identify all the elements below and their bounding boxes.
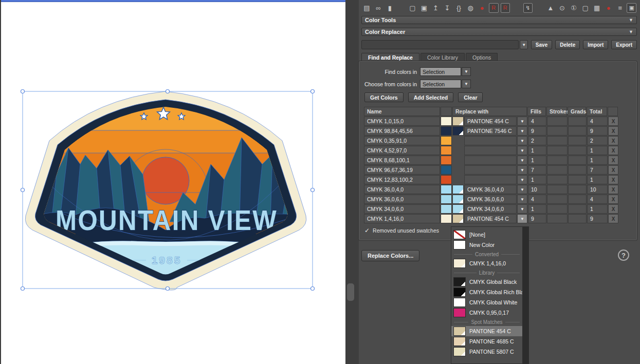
rocket-icon[interactable]: ▲ xyxy=(546,3,556,13)
clear-button[interactable]: Clear xyxy=(458,92,483,102)
find-color-swatch[interactable] xyxy=(441,195,452,204)
table-row[interactable]: CMYK 36,0,6,0 CMYK 36,0,6,0 ▼ 4 xyxy=(364,195,619,204)
help-icon[interactable]: ? xyxy=(618,250,629,261)
replace-color-swatch[interactable] xyxy=(452,204,464,214)
replace-color-swatch[interactable] xyxy=(452,117,464,126)
remove-row-button[interactable]: X xyxy=(608,204,618,214)
badge-title-text[interactable]: MOUNTAIN VIEW xyxy=(56,204,278,236)
selection-handle[interactable] xyxy=(21,188,25,192)
remove-row-button[interactable]: X xyxy=(608,185,618,194)
remove-row-button[interactable]: X xyxy=(608,136,618,145)
find-color-swatch[interactable] xyxy=(441,185,452,194)
dropdown-item[interactable]: New Color xyxy=(451,240,522,250)
find-color-swatch[interactable] xyxy=(441,156,452,165)
replace-dropdown-button[interactable]: ▼ xyxy=(517,117,527,126)
dropdown-item[interactable]: CMYK Global Rich Black xyxy=(451,287,522,297)
find-color-swatch[interactable] xyxy=(441,126,452,136)
replace-dropdown-button[interactable]: ▼ xyxy=(517,126,527,136)
column-header-grads[interactable]: Grads xyxy=(568,107,586,116)
link-icon[interactable]: ∞ xyxy=(374,3,383,13)
selection-handle[interactable] xyxy=(21,287,25,291)
red-dot-icon[interactable]: ● xyxy=(604,3,613,13)
import-icon[interactable]: ↧ xyxy=(443,3,452,13)
tab-options[interactable]: Options xyxy=(466,53,498,62)
remove-row-button[interactable]: X xyxy=(608,175,618,184)
document-icon[interactable]: ▢ xyxy=(580,3,590,13)
swatch-library-icon[interactable]: ▤ xyxy=(362,3,372,13)
column-header-strokes[interactable]: Strokes xyxy=(546,107,567,116)
dropdown-scrollbar[interactable] xyxy=(523,226,529,364)
checkmark-icon[interactable]: ✓ xyxy=(364,227,370,234)
find-colors-in-select[interactable]: Selection xyxy=(420,67,461,76)
badge-artwork[interactable]: MOUNTAIN VIEW 1985 xyxy=(20,87,315,293)
find-color-swatch[interactable] xyxy=(441,214,452,223)
image-box-icon[interactable]: ▣ xyxy=(627,3,636,13)
replace-dropdown-button[interactable]: ▼ xyxy=(517,156,527,165)
preset-select[interactable] xyxy=(361,40,519,49)
table-row[interactable]: CMYK 98,84,45,56 PANTONE 7546 C ▼ 9 xyxy=(364,126,619,136)
remove-row-button[interactable]: X xyxy=(608,156,618,165)
replace-color-swatch[interactable] xyxy=(452,126,464,136)
badge-year-text[interactable]: 1985 xyxy=(152,254,182,266)
remove-row-button[interactable]: X xyxy=(608,117,618,126)
info-icon[interactable]: ① xyxy=(569,3,579,13)
replace-dropdown-button[interactable]: ▼ xyxy=(517,146,527,155)
remove-row-button[interactable]: X xyxy=(608,195,618,204)
dropdown-item[interactable]: CMYK Global White xyxy=(451,297,522,308)
replace-dropdown-button[interactable]: ▼ xyxy=(517,136,527,145)
dropdown-item[interactable]: PANTONE 5807 C xyxy=(451,347,522,357)
chevron-down-icon[interactable]: ▼ xyxy=(629,29,633,34)
replace-color-swatch[interactable] xyxy=(452,214,464,223)
selection-handle[interactable] xyxy=(166,287,170,291)
pages-icon[interactable]: ≡ xyxy=(615,3,625,13)
artboard-canvas[interactable]: MOUNTAIN VIEW 1985 xyxy=(0,0,345,364)
table-row[interactable]: CMYK 36,0,4,0 CMYK 36,0,4,0 ▼ 10 xyxy=(364,185,619,194)
color-replacer-section-header[interactable]: Color Replacer ▼ xyxy=(361,28,637,36)
logo-active-icon[interactable]: R xyxy=(489,3,499,13)
save-button[interactable]: Save xyxy=(531,40,552,49)
find-color-swatch[interactable] xyxy=(441,136,452,145)
table-row[interactable]: CMYK 1,4,16,0 PANTONE 454 C ▼ 9 xyxy=(364,214,619,223)
remove-row-button[interactable]: X xyxy=(608,126,618,136)
import-button[interactable]: Import xyxy=(583,40,608,49)
chevron-down-icon[interactable]: ▼ xyxy=(629,17,633,23)
selection-handle[interactable] xyxy=(311,188,315,192)
table-row[interactable]: CMYK 0,35,91,0 ▼ 2 xyxy=(364,136,619,145)
replace-dropdown-button[interactable]: ▼ xyxy=(517,195,527,204)
selection-handle[interactable] xyxy=(311,90,315,93)
replace-colors-button[interactable]: Replace Colors... xyxy=(361,250,419,261)
sphere-icon[interactable]: ◍ xyxy=(466,3,476,13)
vertical-scrollbar-thumb[interactable] xyxy=(347,283,354,301)
selection-handle[interactable] xyxy=(21,90,25,93)
file-options-icon[interactable]: ▣ xyxy=(419,3,429,13)
find-color-swatch[interactable] xyxy=(441,175,452,184)
find-color-swatch[interactable] xyxy=(441,165,452,175)
selection-handle[interactable] xyxy=(166,90,170,93)
column-header-replace-with[interactable]: Replace with xyxy=(452,107,527,116)
table-row[interactable]: CMYK 8,68,100,1 ▼ 1 xyxy=(364,156,619,165)
replace-dropdown-button[interactable]: ▼ xyxy=(517,204,527,214)
find-color-swatch[interactable] xyxy=(441,204,452,214)
replace-color-swatch[interactable] xyxy=(452,185,464,194)
dropdown-item[interactable]: PANTONE 454 C xyxy=(451,326,522,336)
record-icon[interactable]: ● xyxy=(477,3,487,13)
grid-icon[interactable]: ▦ xyxy=(592,3,602,13)
find-color-swatch[interactable] xyxy=(441,117,452,126)
effects-icon[interactable]: ↯ xyxy=(523,3,533,13)
tab-find-and-replace[interactable]: Find and Replace xyxy=(361,53,419,62)
table-row[interactable]: CMYK 4,52,97,0 ▼ 1 xyxy=(364,146,619,155)
column-header-total[interactable]: Total xyxy=(587,107,607,116)
dropdown-item[interactable]: CMYK 0,95,0,17 xyxy=(451,308,522,318)
export-icon[interactable]: ↥ xyxy=(431,3,441,13)
get-colors-button[interactable]: Get Colors xyxy=(364,92,404,102)
delete-button[interactable]: Delete xyxy=(555,40,580,49)
removed-unused-row[interactable]: ✓ Removed unused swatches xyxy=(364,227,439,234)
selection-handle[interactable] xyxy=(311,287,315,291)
find-color-swatch[interactable] xyxy=(441,146,452,155)
table-row[interactable]: CMYK 96,67,36,19 ▼ 7 xyxy=(364,165,619,175)
find-colors-dropdown-button[interactable]: ▼ xyxy=(462,67,471,76)
table-row[interactable]: CMYK 1,0,15,0 PANTONE 454 C ▼ 4 xyxy=(364,117,619,126)
add-selected-button[interactable]: Add Selected xyxy=(408,92,454,102)
dropdown-item[interactable]: PANTONE 4685 C xyxy=(451,336,522,347)
color-tools-section-header[interactable]: Color Tools ▼ xyxy=(361,16,637,24)
